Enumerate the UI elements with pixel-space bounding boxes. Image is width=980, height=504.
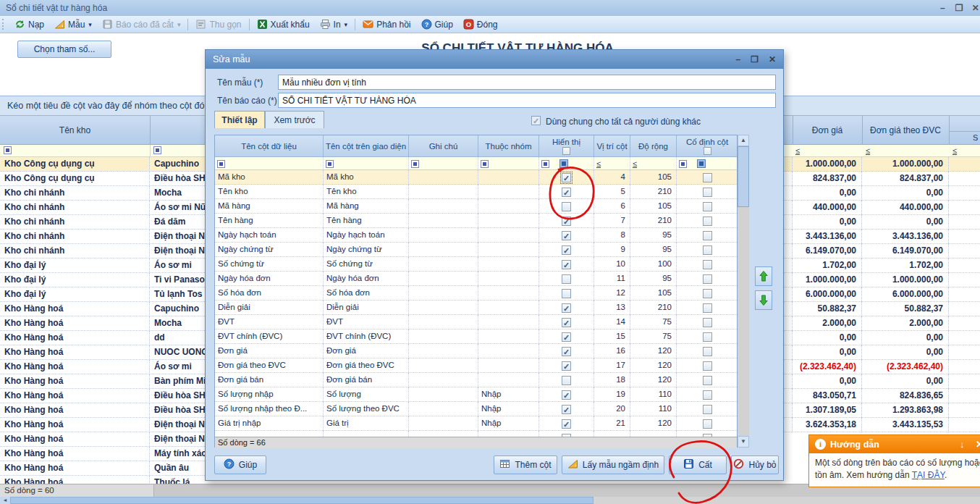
chevron-down-icon[interactable]: ▾ (88, 21, 92, 28)
toolbar-grip[interactable] (2, 19, 5, 30)
filter-operator-icon[interactable]: ≤ (952, 145, 957, 156)
table-row[interactable]: Kho Hàng hoáBàn phím Mi (0, 374, 205, 389)
scrollbar-thumb[interactable] (10, 497, 594, 504)
grid-column-header-3[interactable]: Ghi chú (409, 135, 478, 157)
visible-checkbox[interactable] (562, 318, 571, 327)
table-row[interactable]: 440.000,00440.000,00 (784, 201, 980, 215)
report-name-input[interactable] (278, 93, 776, 108)
grid-row[interactable]: Tên hàngTên hàng7210 (215, 214, 737, 228)
visible-checkbox[interactable] (562, 231, 571, 240)
template-name-input[interactable] (278, 75, 776, 90)
them-cot-button[interactable]: Thêm cột (494, 455, 557, 474)
grid-row[interactable]: ĐVT chính (ĐVC)ĐVT chính (ĐVC)1575 (215, 329, 737, 344)
grid-row[interactable]: Diễn giảiDiễn giải13210 (215, 301, 737, 315)
table-row[interactable]: Kho Hàng hoáNUOC UONG (0, 345, 205, 360)
table-row[interactable]: 1.000.000,001.000.000,00 (784, 157, 980, 172)
table-row[interactable]: Kho Hàng hoáQuần âu (0, 461, 205, 476)
table-row[interactable]: 824.837,00824.837,00 (784, 172, 980, 186)
table-row[interactable]: Kho chi nhánhÁo sơ mi Nữ (0, 201, 205, 215)
table-row[interactable]: 0,000,00 (784, 345, 980, 360)
grid-row[interactable] (215, 431, 737, 437)
table-row[interactable]: 1.000.000,001.000.000,00 (784, 273, 980, 287)
visible-checkbox[interactable] (562, 405, 571, 414)
grid-row[interactable]: Số hóa đơnSố hóa đơn12105 (215, 286, 737, 301)
filter-icon[interactable] (4, 146, 12, 154)
visible-checkbox[interactable] (562, 188, 571, 197)
select-all-checkbox[interactable] (704, 147, 711, 155)
filter-operator-icon[interactable]: ≤ (795, 145, 800, 156)
fixed-checkbox[interactable] (703, 390, 712, 400)
grid-row[interactable]: Đơn giáĐơn giá16120 (215, 344, 737, 358)
fixed-checkbox[interactable] (703, 318, 712, 327)
grid-column-header-1[interactable]: Tên cột dữ liệu (215, 135, 324, 157)
grid-row[interactable]: Đơn giá theo ĐVCĐơn giá theo ĐVC17120 (215, 358, 737, 373)
table-row[interactable]: Kho đại lýTủ lạnh Tos (0, 287, 205, 302)
grid-column-header-5[interactable]: Hiển thị (539, 135, 594, 157)
table-row[interactable]: Kho đại lýÁo sơ mi (0, 259, 205, 273)
filter-icon[interactable] (326, 160, 334, 168)
table-row[interactable]: 3.443.136,003.443.136,00 (784, 230, 980, 244)
collapse-notification-icon[interactable]: ↓ (960, 439, 965, 450)
visible-checkbox[interactable] (562, 419, 571, 429)
filter-operator-icon[interactable]: ≤ (633, 158, 637, 169)
table-row[interactable]: 2.000,002.000,00 (784, 316, 980, 331)
filter-operator-icon[interactable]: ≤ (866, 145, 870, 156)
toolbar-item-giup[interactable]: ?Giúp (416, 17, 458, 33)
table-row[interactable]: 1.702,001.702,00 (784, 259, 980, 273)
table-row[interactable]: 0,000,00 (784, 186, 980, 201)
toolbar-item-dong[interactable]: OĐóng (458, 17, 503, 33)
table-row[interactable]: Kho chi nhánhĐá dăm (0, 215, 205, 230)
choose-params-button[interactable]: Chọn tham số... (17, 41, 111, 58)
scroll-left-icon[interactable]: ◄ (0, 497, 10, 504)
dialog-minimize-icon[interactable]: – (735, 50, 740, 69)
table-row[interactable]: 843.050,71824.836,65 (784, 389, 980, 403)
tab-xem-truoc[interactable]: Xem trước (265, 111, 324, 128)
chevron-down-icon[interactable]: ▾ (177, 21, 181, 28)
visible-checkbox[interactable] (562, 274, 571, 284)
table-row[interactable]: Kho đại lýTi vi Panaso (0, 273, 205, 287)
grid-row[interactable]: Số lượng nhậpSố lượngNhập19110 (215, 387, 737, 402)
grid-row[interactable]: Số lượng nhập theo Đ...Số lượng theo ĐVC… (215, 402, 737, 416)
toolbar-item-in[interactable]: In▾ (315, 17, 353, 33)
toolbar-item-nap[interactable]: Nạp (9, 17, 49, 33)
grid-row[interactable]: Giá trị nhậpGiá trịNhập21120 (215, 416, 737, 431)
grid-column-header-6[interactable]: Vị trí cột (594, 135, 630, 157)
fixed-checkbox[interactable] (703, 274, 712, 284)
filter-icon[interactable] (679, 160, 687, 168)
move-down-button[interactable] (755, 290, 772, 310)
fixed-checkbox[interactable] (703, 405, 712, 414)
table-row[interactable]: Kho Hàng hoáĐiện thoại N (0, 418, 205, 432)
table-row[interactable]: Kho Hàng hoáĐiều hòa SH (0, 403, 205, 418)
visible-checkbox[interactable] (562, 376, 571, 385)
table-row[interactable]: Kho Hàng hoáThuốc lá (0, 476, 205, 484)
grid-row[interactable]: Ngày hạch toánNgày hạch toán895 (215, 228, 737, 243)
fixed-checkbox[interactable] (703, 260, 712, 269)
fixed-checkbox[interactable] (703, 376, 712, 385)
table-row[interactable]: 0,000,00 (784, 331, 980, 345)
grid-row[interactable]: Tên khoTên kho5210 (215, 185, 737, 199)
column-header-ten-kho[interactable]: Tên kho (0, 116, 150, 145)
grid-row[interactable]: Mã khoMã kho4105 (215, 170, 737, 185)
visible-checkbox[interactable] (562, 390, 571, 400)
scroll-down-icon[interactable]: ▼ (738, 436, 749, 448)
toolbar-item-thu-gon[interactable]: Thu gọn (190, 17, 246, 33)
visible-checkbox[interactable] (562, 202, 571, 211)
dialog-close-icon[interactable]: ✕ (769, 50, 776, 69)
filter-icon[interactable] (411, 160, 419, 168)
giup-button[interactable]: ?Giúp (214, 455, 266, 474)
toolbar-item-mau[interactable]: Mẫu▾ (49, 17, 97, 33)
fixed-checkbox[interactable] (703, 173, 712, 182)
table-row[interactable]: Kho Hàng hoáÁo sơ mi (0, 360, 205, 374)
table-row[interactable]: (2.323.462,40)(2.323.462,40) (784, 360, 980, 374)
move-up-button[interactable] (755, 266, 772, 286)
cat-button[interactable]: Cất (669, 455, 727, 474)
table-row[interactable]: 6.149.070,006.149.070,00 (784, 244, 980, 259)
table-row[interactable]: Kho Hàng hoáMáy tính xác (0, 447, 205, 461)
fixed-checkbox[interactable] (703, 289, 712, 298)
table-row[interactable]: 3.624.353,183.443.135,53 (784, 418, 980, 432)
visible-checkbox[interactable] (562, 217, 571, 226)
table-row[interactable]: Kho Hàng hoáCapuchino (0, 302, 205, 316)
grid-row[interactable]: Đơn giá bánĐơn giá bán18120 (215, 373, 737, 387)
select-all-checkbox[interactable] (562, 147, 570, 155)
table-row[interactable]: 50.882,3750.882,37 (784, 302, 980, 316)
